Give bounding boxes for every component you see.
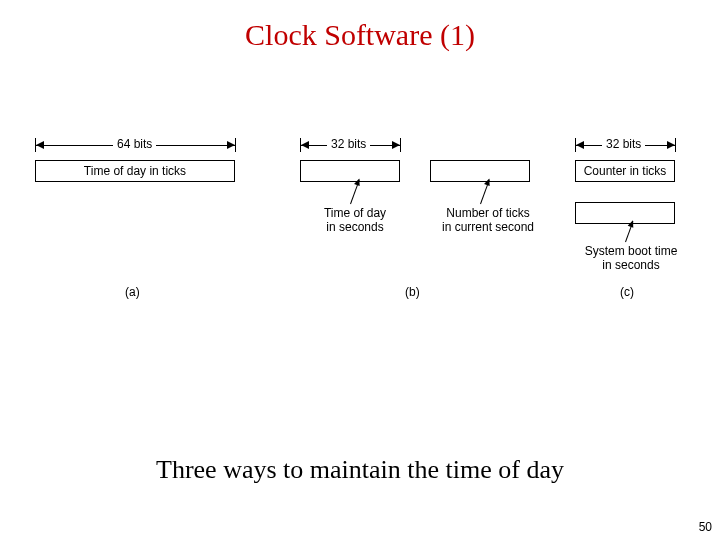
- fig-a-tag: (a): [125, 285, 140, 299]
- fig-c-box-top-text: Counter in ticks: [584, 164, 667, 178]
- fig-a-box-text: Time of day in ticks: [84, 164, 186, 178]
- fig-c-tag: (c): [620, 285, 634, 299]
- fig-b-arrow-left: [350, 179, 360, 204]
- fig-b-tag: (b): [405, 285, 420, 299]
- fig-c-arrow-bottom: [625, 221, 633, 242]
- fig-c-width-label: 32 bits: [602, 137, 645, 151]
- fig-c-box-bottom: [575, 202, 675, 224]
- fig-b-annot-left: Time of dayin seconds: [310, 206, 400, 235]
- fig-b-width-label: 32 bits: [327, 137, 370, 151]
- slide-title: Clock Software (1): [0, 0, 720, 52]
- fig-b-box-right: [430, 160, 530, 182]
- fig-b-box-left: [300, 160, 400, 182]
- fig-b-arrow-right: [480, 179, 490, 204]
- page-number: 50: [699, 520, 712, 534]
- slide-caption: Three ways to maintain the time of day: [0, 455, 720, 485]
- fig-c-box-top: Counter in ticks: [575, 160, 675, 182]
- fig-b-annot-right: Number of ticksin current second: [438, 206, 538, 235]
- diagram: 64 bits Time of day in ticks (a) 32 bits…: [0, 130, 720, 340]
- fig-a-width-label: 64 bits: [113, 137, 156, 151]
- fig-a-box: Time of day in ticks: [35, 160, 235, 182]
- fig-c-annot-bottom: System boot timein seconds: [576, 244, 686, 273]
